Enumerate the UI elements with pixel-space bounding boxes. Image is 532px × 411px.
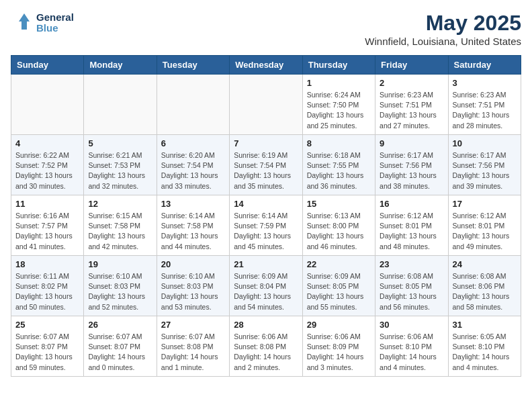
calendar-cell: 21Sunrise: 6:09 AM Sunset: 8:04 PM Dayli…	[230, 256, 302, 316]
day-info: Sunrise: 6:14 AM Sunset: 7:58 PM Dayligh…	[161, 211, 225, 252]
logo-general: General	[36, 12, 74, 24]
calendar-cell: 2Sunrise: 6:23 AM Sunset: 7:51 PM Daylig…	[375, 75, 448, 135]
day-number: 3	[453, 78, 517, 88]
calendar-cell: 10Sunrise: 6:17 AM Sunset: 7:56 PM Dayli…	[448, 135, 521, 195]
day-number: 12	[88, 199, 152, 209]
day-info: Sunrise: 6:12 AM Sunset: 8:01 PM Dayligh…	[380, 211, 443, 252]
calendar-cell: 6Sunrise: 6:20 AM Sunset: 7:54 PM Daylig…	[157, 135, 229, 195]
header-monday: Monday	[84, 56, 157, 75]
svg-marker-0	[19, 13, 30, 30]
day-number: 24	[453, 259, 517, 269]
logo-blue: Blue	[36, 23, 74, 34]
calendar-week-row: 1Sunrise: 6:24 AM Sunset: 7:50 PM Daylig…	[11, 75, 521, 135]
day-info: Sunrise: 6:15 AM Sunset: 7:58 PM Dayligh…	[88, 211, 152, 252]
day-info: Sunrise: 6:14 AM Sunset: 7:59 PM Dayligh…	[234, 211, 298, 252]
day-number: 4	[15, 138, 79, 148]
calendar-cell	[157, 75, 229, 135]
weekday-header-row: Sunday Monday Tuesday Wednesday Thursday…	[11, 56, 521, 75]
day-info: Sunrise: 6:12 AM Sunset: 8:01 PM Dayligh…	[453, 211, 517, 252]
calendar-cell: 30Sunrise: 6:06 AM Sunset: 8:10 PM Dayli…	[375, 316, 448, 377]
day-number: 10	[453, 138, 517, 148]
calendar-cell	[230, 75, 302, 135]
calendar-cell: 14Sunrise: 6:14 AM Sunset: 7:59 PM Dayli…	[230, 195, 302, 256]
day-number: 14	[234, 199, 298, 209]
day-info: Sunrise: 6:13 AM Sunset: 8:00 PM Dayligh…	[307, 211, 371, 252]
calendar-week-row: 4Sunrise: 6:22 AM Sunset: 7:52 PM Daylig…	[11, 135, 521, 195]
day-info: Sunrise: 6:07 AM Sunset: 8:08 PM Dayligh…	[161, 332, 225, 373]
header-saturday: Saturday	[448, 56, 521, 75]
day-info: Sunrise: 6:08 AM Sunset: 8:05 PM Dayligh…	[380, 271, 443, 312]
day-info: Sunrise: 6:09 AM Sunset: 8:04 PM Dayligh…	[234, 271, 298, 312]
calendar-week-row: 25Sunrise: 6:07 AM Sunset: 8:07 PM Dayli…	[11, 316, 521, 377]
title-block: May 2025 Winnfield, Louisiana, United St…	[365, 11, 521, 47]
day-info: Sunrise: 6:11 AM Sunset: 8:02 PM Dayligh…	[15, 271, 79, 312]
day-info: Sunrise: 6:07 AM Sunset: 8:07 PM Dayligh…	[88, 332, 152, 373]
calendar-cell: 12Sunrise: 6:15 AM Sunset: 7:58 PM Dayli…	[84, 195, 157, 256]
day-info: Sunrise: 6:24 AM Sunset: 7:50 PM Dayligh…	[307, 90, 371, 131]
day-info: Sunrise: 6:21 AM Sunset: 7:53 PM Dayligh…	[88, 150, 152, 191]
day-number: 2	[380, 78, 443, 88]
day-number: 15	[307, 199, 371, 209]
calendar-cell	[11, 75, 84, 135]
day-info: Sunrise: 6:17 AM Sunset: 7:56 PM Dayligh…	[380, 150, 443, 191]
logo: General Blue	[11, 11, 74, 35]
calendar-week-row: 18Sunrise: 6:11 AM Sunset: 8:02 PM Dayli…	[11, 256, 521, 316]
calendar-cell: 4Sunrise: 6:22 AM Sunset: 7:52 PM Daylig…	[11, 135, 84, 195]
day-number: 11	[15, 199, 79, 209]
day-number: 26	[88, 320, 152, 330]
calendar-cell: 19Sunrise: 6:10 AM Sunset: 8:03 PM Dayli…	[84, 256, 157, 316]
day-number: 29	[307, 320, 371, 330]
day-number: 30	[380, 320, 443, 330]
day-number: 5	[88, 138, 152, 148]
calendar-cell: 1Sunrise: 6:24 AM Sunset: 7:50 PM Daylig…	[302, 75, 375, 135]
day-number: 25	[15, 320, 79, 330]
day-number: 17	[453, 199, 517, 209]
day-number: 13	[161, 199, 225, 209]
day-info: Sunrise: 6:18 AM Sunset: 7:55 PM Dayligh…	[307, 150, 371, 191]
day-info: Sunrise: 6:07 AM Sunset: 8:07 PM Dayligh…	[15, 332, 79, 373]
calendar-cell: 22Sunrise: 6:09 AM Sunset: 8:05 PM Dayli…	[302, 256, 375, 316]
calendar-table: Sunday Monday Tuesday Wednesday Thursday…	[11, 55, 521, 377]
day-info: Sunrise: 6:23 AM Sunset: 7:51 PM Dayligh…	[453, 90, 517, 131]
calendar-cell: 25Sunrise: 6:07 AM Sunset: 8:07 PM Dayli…	[11, 316, 84, 377]
calendar-cell: 23Sunrise: 6:08 AM Sunset: 8:05 PM Dayli…	[375, 256, 448, 316]
calendar-cell: 17Sunrise: 6:12 AM Sunset: 8:01 PM Dayli…	[448, 195, 521, 256]
header-wednesday: Wednesday	[230, 56, 302, 75]
calendar-cell: 31Sunrise: 6:05 AM Sunset: 8:10 PM Dayli…	[448, 316, 521, 377]
day-number: 6	[161, 138, 225, 148]
day-number: 16	[380, 199, 443, 209]
day-info: Sunrise: 6:05 AM Sunset: 8:10 PM Dayligh…	[453, 332, 517, 373]
day-info: Sunrise: 6:06 AM Sunset: 8:08 PM Dayligh…	[234, 332, 298, 373]
calendar-cell: 5Sunrise: 6:21 AM Sunset: 7:53 PM Daylig…	[84, 135, 157, 195]
day-info: Sunrise: 6:17 AM Sunset: 7:56 PM Dayligh…	[453, 150, 517, 191]
day-number: 19	[88, 259, 152, 269]
day-number: 7	[234, 138, 298, 148]
calendar-cell: 29Sunrise: 6:06 AM Sunset: 8:09 PM Dayli…	[302, 316, 375, 377]
day-info: Sunrise: 6:10 AM Sunset: 8:03 PM Dayligh…	[88, 271, 152, 312]
day-info: Sunrise: 6:19 AM Sunset: 7:54 PM Dayligh…	[234, 150, 298, 191]
header-sunday: Sunday	[11, 56, 84, 75]
calendar-cell: 24Sunrise: 6:08 AM Sunset: 8:06 PM Dayli…	[448, 256, 521, 316]
header-friday: Friday	[375, 56, 448, 75]
day-number: 18	[15, 259, 79, 269]
logo-bird-icon	[11, 11, 35, 35]
day-number: 28	[234, 320, 298, 330]
calendar-cell: 3Sunrise: 6:23 AM Sunset: 7:51 PM Daylig…	[448, 75, 521, 135]
calendar-cell: 13Sunrise: 6:14 AM Sunset: 7:58 PM Dayli…	[157, 195, 229, 256]
header-tuesday: Tuesday	[157, 56, 229, 75]
calendar-cell: 18Sunrise: 6:11 AM Sunset: 8:02 PM Dayli…	[11, 256, 84, 316]
day-number: 27	[161, 320, 225, 330]
calendar-cell: 15Sunrise: 6:13 AM Sunset: 8:00 PM Dayli…	[302, 195, 375, 256]
calendar-cell: 7Sunrise: 6:19 AM Sunset: 7:54 PM Daylig…	[230, 135, 302, 195]
day-info: Sunrise: 6:08 AM Sunset: 8:06 PM Dayligh…	[453, 271, 517, 312]
day-info: Sunrise: 6:20 AM Sunset: 7:54 PM Dayligh…	[161, 150, 225, 191]
day-info: Sunrise: 6:23 AM Sunset: 7:51 PM Dayligh…	[380, 90, 443, 131]
day-info: Sunrise: 6:06 AM Sunset: 8:09 PM Dayligh…	[307, 332, 371, 373]
calendar-cell: 26Sunrise: 6:07 AM Sunset: 8:07 PM Dayli…	[84, 316, 157, 377]
day-number: 21	[234, 259, 298, 269]
day-number: 31	[453, 320, 517, 330]
day-info: Sunrise: 6:09 AM Sunset: 8:05 PM Dayligh…	[307, 271, 371, 312]
day-info: Sunrise: 6:16 AM Sunset: 7:57 PM Dayligh…	[15, 211, 79, 252]
day-info: Sunrise: 6:22 AM Sunset: 7:52 PM Dayligh…	[15, 150, 79, 191]
calendar-cell	[84, 75, 157, 135]
